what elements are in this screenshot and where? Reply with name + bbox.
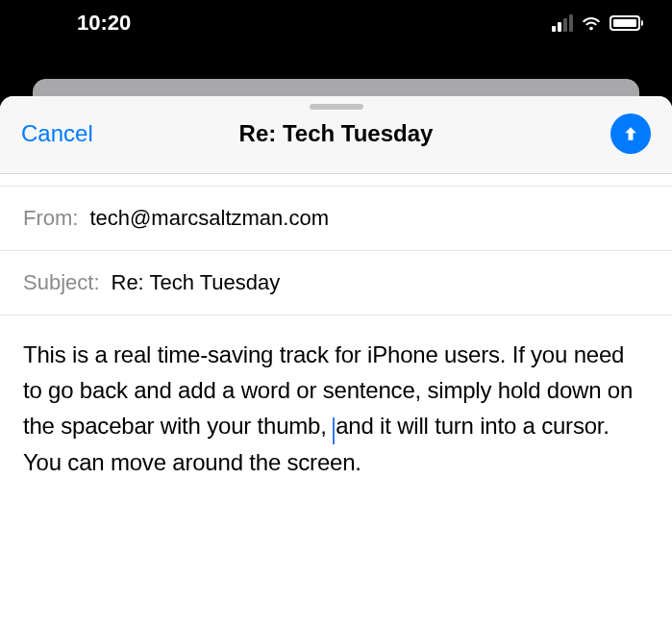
from-value: tech@marcsaltzman.com — [89, 206, 329, 231]
sheet-grabber[interactable] — [310, 104, 363, 110]
wifi-icon — [581, 13, 602, 34]
compose-sheet: Cancel Re: Tech Tuesday From: tech@marcs… — [0, 96, 672, 630]
message-body[interactable]: This is a real time-saving track for iPh… — [0, 315, 672, 501]
compose-title: Re: Tech Tuesday — [239, 120, 434, 147]
battery-icon — [610, 15, 643, 31]
from-label: From: — [23, 206, 78, 231]
from-field[interactable]: From: tech@marcsaltzman.com — [0, 186, 672, 251]
status-time: 10:20 — [77, 11, 131, 36]
arrow-up-icon — [621, 124, 640, 143]
subject-label: Subject: — [23, 270, 100, 295]
send-button[interactable] — [610, 113, 651, 154]
subject-value: Re: Tech Tuesday — [112, 270, 281, 295]
subject-field[interactable]: Subject: Re: Tech Tuesday — [0, 251, 672, 315]
cancel-button[interactable]: Cancel — [21, 120, 93, 147]
cellular-signal-icon — [552, 14, 573, 32]
status-icons — [552, 13, 643, 34]
sheet-header: Cancel Re: Tech Tuesday — [0, 96, 672, 174]
text-cursor — [333, 417, 335, 444]
status-bar: 10:20 — [0, 0, 672, 46]
